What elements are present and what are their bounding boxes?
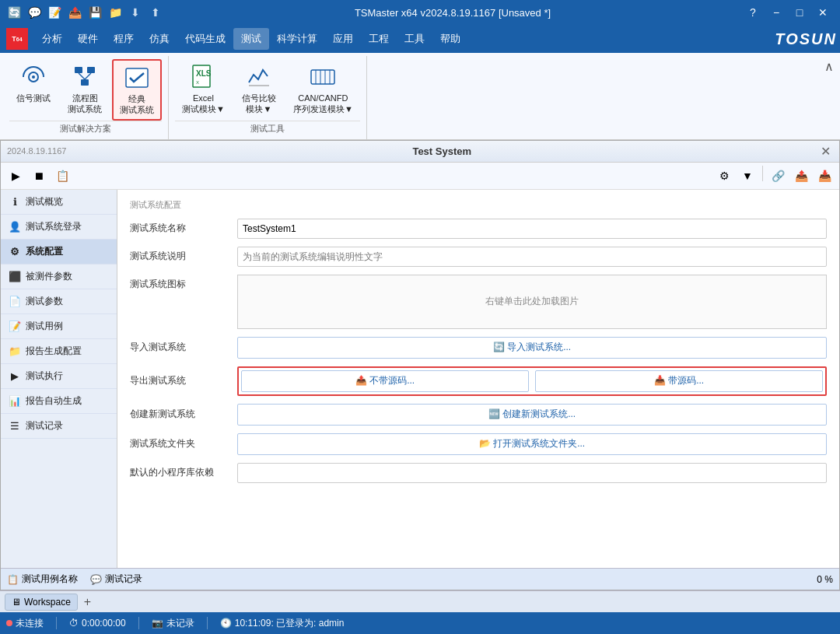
- overview-icon: ℹ: [9, 196, 21, 208]
- form-row-export: 导出测试系统 📤 不带源码... 📥 带源码...: [130, 366, 827, 396]
- workspace-tab-label: Workspace: [24, 597, 71, 608]
- workspace-add-btn[interactable]: +: [81, 595, 94, 609]
- workspace-tab[interactable]: 🖥 Workspace: [5, 594, 78, 611]
- ribbon-collapse-btn[interactable]: ∧: [821, 56, 837, 139]
- export-no-source-btn[interactable]: 📤 不带源码...: [241, 370, 529, 392]
- app-icon-3: 📝: [47, 5, 62, 20]
- export-button-1[interactable]: 📤: [791, 166, 811, 186]
- menu-help[interactable]: 帮助: [432, 28, 468, 50]
- folder-btn-row: 📂 打开测试系统文件夹...: [237, 433, 827, 455]
- menu-tools[interactable]: 工具: [397, 28, 432, 50]
- svg-rect-2: [75, 67, 82, 73]
- report-config-icon: 📁: [9, 345, 21, 357]
- panel-window: 2024.8.19.1167 Test System ✕ ▶ ⏹ 📋 ⚙ ▼ 🔗…: [0, 140, 840, 590]
- export-with-source-btn[interactable]: 📥 带源码...: [535, 370, 823, 392]
- name-input[interactable]: [237, 219, 827, 239]
- excel-icon: XLS X: [189, 63, 217, 91]
- export-button-2[interactable]: 📥: [814, 166, 835, 186]
- menu-hardware[interactable]: 硬件: [70, 28, 106, 50]
- sysconfig-icon: ⚙: [9, 246, 21, 257]
- icon-placeholder[interactable]: 右键单击此处加载图片: [237, 275, 827, 329]
- nav-test-params[interactable]: 📄 测试参数: [1, 289, 117, 314]
- nav-test-log[interactable]: ☰ 测试记录: [1, 414, 117, 439]
- app-icon-6: 📁: [107, 5, 123, 20]
- minilib-label: 默认的小程序库依赖: [130, 466, 231, 479]
- brand-logo: TOSUN: [775, 30, 837, 48]
- stop-button[interactable]: ⏹: [29, 166, 49, 186]
- connection-status: 未连接: [6, 617, 44, 630]
- icon-label: 测试系统图标: [130, 278, 231, 291]
- nav-test-exec[interactable]: ▶ 测试执行: [1, 364, 117, 389]
- nav-login[interactable]: 👤 测试系统登录: [1, 215, 117, 240]
- workspace-bar: 🖥 Workspace +: [0, 590, 840, 612]
- status-sep-3: [207, 617, 208, 629]
- panel-container: 2024.8.19.1167 Test System ✕ ▶ ⏹ 📋 ⚙ ▼ 🔗…: [0, 140, 840, 590]
- menu-test[interactable]: 测试: [233, 28, 269, 50]
- settings-button[interactable]: ⚙: [714, 166, 734, 186]
- tools-group-label: 测试工具: [175, 121, 360, 136]
- link-button[interactable]: 🔗: [768, 166, 788, 186]
- log-icon: 📷: [152, 618, 163, 629]
- create-btn-row: 🆕 创建新测试系统...: [237, 404, 827, 426]
- nav-sysconfig[interactable]: ⚙ 系统配置: [1, 240, 117, 264]
- form-row-icon: 测试系统图标 右键单击此处加载图片: [130, 275, 827, 329]
- workspace-icon: 🖥: [12, 597, 21, 608]
- test-log-item[interactable]: 💬 测试记录: [90, 573, 142, 586]
- svg-point-1: [32, 75, 35, 79]
- ribbon-btn-signal-compare[interactable]: 信号比较模块▼: [235, 59, 283, 119]
- ribbon-btn-classic[interactable]: 经典测试系统: [112, 59, 162, 121]
- minilib-input[interactable]: [237, 463, 827, 483]
- minimize-button[interactable]: −: [765, 2, 787, 23]
- case-name-item[interactable]: 📋 测试用例名称: [7, 573, 78, 586]
- nav-overview[interactable]: ℹ 测试概览: [1, 190, 117, 215]
- user-label: 10:11:09: 已登录为: admin: [235, 617, 345, 630]
- panel-titlebar: 2024.8.19.1167 Test System ✕: [1, 141, 839, 163]
- maximize-button[interactable]: □: [789, 2, 810, 23]
- nav-test-cases[interactable]: 📝 测试用例: [1, 314, 117, 339]
- ribbon-btn-flowchart[interactable]: 流程图测试系统: [61, 59, 109, 119]
- svg-text:X: X: [196, 80, 199, 85]
- import-btn[interactable]: 🔄 导入测试系统...: [237, 337, 827, 359]
- signal-compare-label: 信号比较模块▼: [242, 93, 276, 115]
- menu-analysis[interactable]: 分析: [34, 28, 70, 50]
- desc-input[interactable]: [237, 247, 827, 267]
- menu-program[interactable]: 程序: [106, 28, 142, 50]
- help-button[interactable]: ?: [742, 2, 764, 23]
- ribbon-group-tools: XLS X Excel测试模块▼ 信号比较模块▼: [169, 56, 367, 139]
- play-button[interactable]: ▶: [5, 166, 26, 186]
- nav-test-log-label: 测试记录: [26, 419, 63, 433]
- close-button[interactable]: ✕: [812, 2, 834, 23]
- create-new-btn[interactable]: 🆕 创建新测试系统...: [237, 404, 827, 426]
- dut-params-icon: ⬛: [9, 271, 21, 282]
- menu-engineering[interactable]: 工程: [361, 28, 397, 50]
- title-bar: 🔄 💬 📝 📤 💾 📁 ⬇ ⬆ TSMaster x64 v2024.8.19.…: [0, 0, 840, 25]
- menu-codegen[interactable]: 代码生成: [177, 28, 233, 50]
- log-label: 未记录: [166, 617, 194, 630]
- connection-dot: [6, 620, 12, 626]
- menu-simulation[interactable]: 仿真: [142, 28, 177, 50]
- export-no-source-label: 📤 不带源码...: [355, 374, 415, 387]
- nav-dut-params[interactable]: ⬛ 被测件参数: [1, 264, 117, 289]
- dropdown-button[interactable]: ▼: [737, 166, 758, 186]
- svg-rect-12: [311, 70, 334, 84]
- nav-auto-report[interactable]: 📊 报告自动生成: [1, 389, 117, 414]
- signal-compare-icon: [245, 63, 273, 91]
- test-params-icon: 📄: [9, 296, 21, 307]
- test-exec-icon: ▶: [9, 370, 21, 382]
- icon-placeholder-text: 右键单击此处加载图片: [485, 295, 579, 308]
- ribbon-btn-signal-test[interactable]: 信号测试: [9, 59, 58, 107]
- menu-app[interactable]: 应用: [325, 28, 361, 50]
- open-folder-btn[interactable]: 📂 打开测试系统文件夹...: [237, 433, 827, 455]
- nav-login-label: 测试系统登录: [26, 220, 82, 233]
- app-icon-8: ⬆: [148, 5, 163, 20]
- nav-report-config-label: 报告生成配置: [26, 345, 82, 358]
- app-icon-5: 💾: [87, 5, 103, 20]
- nav-report-config[interactable]: 📁 报告生成配置: [1, 339, 117, 364]
- panel-close-btn[interactable]: ✕: [817, 144, 833, 159]
- ribbon-btn-excel[interactable]: XLS X Excel测试模块▼: [175, 59, 232, 119]
- app-logo: T64: [3, 25, 31, 53]
- ribbon-btn-canfd[interactable]: CAN/CANFD序列发送模块▼: [286, 59, 360, 119]
- ribbon-items-solutions: 信号测试 流程图测试系统: [9, 59, 162, 121]
- menu-scicomp[interactable]: 科学计算: [269, 28, 325, 50]
- copy-button[interactable]: 📋: [52, 166, 72, 186]
